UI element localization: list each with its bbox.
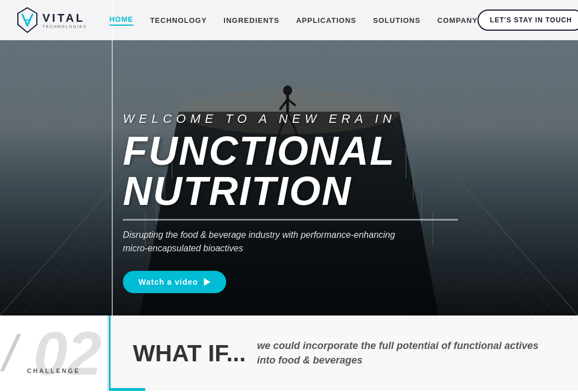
- section-content: WHAT IF... we could incorporate the full…: [111, 315, 578, 391]
- section-description: we could incorporate the full potential …: [257, 339, 556, 367]
- hero-welcome: WELCOME TO A NEW ERA IN: [123, 112, 556, 126]
- logo[interactable]: VITAL TECHNOLOGIES: [17, 7, 87, 34]
- site-header: VITAL TECHNOLOGIES HOME TECHNOLOGY INGRE…: [0, 0, 578, 40]
- logo-text: VITAL TECHNOLOGIES: [42, 12, 87, 28]
- logo-icon: [17, 7, 38, 34]
- main-nav: HOME TECHNOLOGY INGREDIENTS APPLICATIONS…: [109, 15, 478, 26]
- what-if-heading: WHAT IF...: [133, 340, 246, 367]
- hero-description: Disrupting the food & beverage industry …: [123, 228, 402, 255]
- watch-label: Watch a video: [138, 278, 198, 286]
- hero-content: WELCOME TO A NEW ERA IN FUNCTIONAL NUTRI…: [123, 112, 556, 293]
- section-number-area: / 02 CHALLENGE: [0, 315, 109, 391]
- hero-divider: [123, 219, 458, 221]
- nav-ingredients[interactable]: INGREDIENTS: [223, 16, 279, 25]
- nav-applications[interactable]: APPLICATIONS: [296, 16, 356, 25]
- hero-section: WELCOME TO A NEW ERA IN FUNCTIONAL NUTRI…: [0, 0, 578, 315]
- nav-solutions[interactable]: SOLUTIONS: [373, 16, 421, 25]
- watch-video-button[interactable]: Watch a video: [123, 271, 226, 293]
- nav-technology[interactable]: TECHNOLOGY: [150, 16, 207, 25]
- section-label: CHALLENGE: [27, 367, 80, 380]
- cta-button[interactable]: LET'S STAY IN TOUCH: [477, 9, 578, 31]
- nav-company[interactable]: COMPANY: [437, 16, 477, 25]
- slash-decoration: /: [3, 324, 17, 382]
- logo-sub: TECHNOLOGIES: [42, 25, 87, 28]
- cyan-bar: [109, 388, 145, 391]
- challenge-section: / 02 CHALLENGE WHAT IF... we could incor…: [0, 315, 578, 391]
- play-icon: [204, 278, 211, 286]
- logo-vital: VITAL: [42, 12, 87, 23]
- accent-line: [112, 0, 113, 315]
- nav-home[interactable]: HOME: [109, 15, 133, 26]
- hero-title: FUNCTIONAL NUTRITION: [123, 131, 556, 211]
